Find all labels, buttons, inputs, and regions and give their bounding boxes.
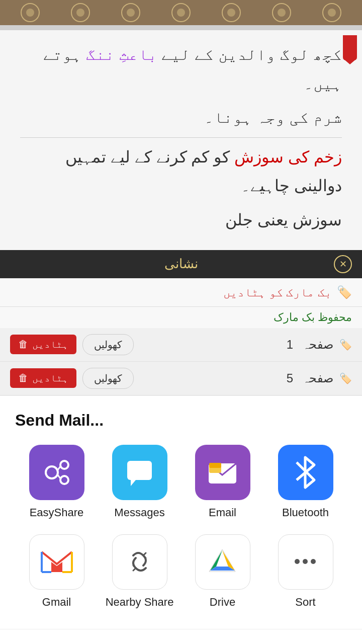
bookmark-bar: ✕ نشانی <box>0 250 362 278</box>
delete-button-2[interactable]: ہٹادیں 🗑 <box>10 368 76 388</box>
page-bookmark-icon-1: 🏷️ <box>339 339 352 351</box>
svg-point-15 <box>46 466 58 478</box>
page-label-1: صفحہ <box>302 338 333 352</box>
delete-label-2: ہٹادیں <box>32 372 68 384</box>
trash-icon-2: 🗑 <box>18 372 28 384</box>
add-bookmark-label: بک مارک کو ہٹادیں <box>223 285 332 299</box>
sort-icon <box>278 534 333 590</box>
content-area: کچھ لوگ والدین کے لیے باعثِ ننگ ہوتے ہیں… <box>0 25 362 278</box>
share-item-email[interactable]: Email <box>188 445 258 519</box>
svg-point-4 <box>76 9 84 17</box>
decorative-header <box>0 0 362 25</box>
delete-label-1: ہٹادیں <box>32 339 68 350</box>
menu-button[interactable] <box>45 639 75 644</box>
urdu-line-3: زخم کی سوزش کو کم کرنے کے لیے تمہیں دوال… <box>20 143 342 201</box>
bookmark-bar-title: نشانی <box>164 256 198 272</box>
nearby-icon <box>112 534 167 590</box>
share-item-nearby[interactable]: Nearby Share <box>105 534 175 609</box>
gmail-label: Gmail <box>42 596 71 609</box>
table-row: 🏷️ صفحہ 1 کھولیں ہٹادیں 🗑 <box>0 328 362 362</box>
bookmark-icon: 🏷️ <box>337 285 352 299</box>
sort-label: Sort <box>295 596 315 609</box>
urdu-line-2: شرم کی وجہ ہونا۔ <box>20 103 342 132</box>
svg-line-18 <box>58 466 60 470</box>
svg-rect-20 <box>127 461 152 480</box>
svg-point-6 <box>127 9 135 17</box>
email-label: Email <box>209 506 236 519</box>
trash-icon-1: 🗑 <box>18 339 28 350</box>
share-item-bluetooth[interactable]: Bluetooth <box>270 445 341 519</box>
messages-label: Messages <box>114 506 164 519</box>
bluetooth-icon <box>278 445 333 500</box>
share-item-drive[interactable]: Drive <box>188 534 258 609</box>
page-number-2: 5 <box>287 371 293 385</box>
table-row: 🏷️ صفحہ 5 کھولیں ہٹادیں 🗑 <box>0 362 362 395</box>
easyshare-icon <box>29 445 84 500</box>
svg-point-39 <box>311 559 316 564</box>
gmail-icon <box>29 534 84 590</box>
bookmarks-section: 🏷️ بک مارک کو ہٹادیں محفوظ بک مارک 🏷️ صف… <box>0 278 362 395</box>
share-title: Send Mail... <box>15 411 347 430</box>
drive-label: Drive <box>210 596 235 609</box>
urdu-line-1: کچھ لوگ والدین کے لیے باعثِ ننگ ہوتے ہیں… <box>20 40 342 98</box>
add-bookmark-row[interactable]: 🏷️ بک مارک کو ہٹادیں <box>0 278 362 307</box>
open-button-1[interactable]: کھولیں <box>82 334 134 355</box>
page-number-1: 1 <box>287 338 293 352</box>
nearby-label: Nearby Share <box>106 596 174 609</box>
svg-point-37 <box>295 559 300 564</box>
svg-rect-24 <box>209 463 221 468</box>
delete-button-1[interactable]: ہٹادیں 🗑 <box>10 335 76 354</box>
bluetooth-label: Bluetooth <box>282 506 329 519</box>
svg-point-8 <box>177 9 185 17</box>
easyshare-label: EasyShare <box>30 506 84 519</box>
svg-marker-21 <box>131 480 136 486</box>
page-bookmark-icon-2: 🏷️ <box>339 372 352 384</box>
back-button[interactable] <box>287 639 317 644</box>
svg-point-17 <box>60 476 68 484</box>
svg-point-16 <box>60 461 68 469</box>
urdu-line-4: سوزش یعنی جلن <box>20 206 342 235</box>
svg-point-14 <box>328 9 336 17</box>
svg-point-10 <box>227 9 235 17</box>
open-button-2[interactable]: کھولیں <box>82 368 134 389</box>
svg-point-38 <box>303 559 308 564</box>
share-row-2: Gmail Nearby Share <box>15 534 347 609</box>
share-item-sort[interactable]: Sort <box>270 534 341 609</box>
svg-point-2 <box>26 9 34 17</box>
share-item-easyshare[interactable]: EasyShare <box>22 445 92 519</box>
drive-icon <box>195 534 250 590</box>
close-button[interactable]: ✕ <box>334 255 352 273</box>
share-sheet: Send Mail... EasyShare <box>0 395 362 629</box>
svg-rect-30 <box>123 545 156 578</box>
messages-icon <box>112 445 167 500</box>
page-label-2: صفحہ <box>302 371 333 385</box>
svg-line-19 <box>58 475 60 478</box>
svg-point-12 <box>278 9 286 17</box>
share-item-messages[interactable]: Messages <box>105 445 175 519</box>
email-icon <box>195 445 250 500</box>
bottom-nav <box>0 629 362 644</box>
share-item-gmail[interactable]: Gmail <box>22 534 92 609</box>
saved-bookmarks-label: محفوظ بک مارک <box>0 307 362 328</box>
home-button[interactable] <box>166 639 196 644</box>
share-row-1: EasyShare Messages <box>15 445 347 519</box>
